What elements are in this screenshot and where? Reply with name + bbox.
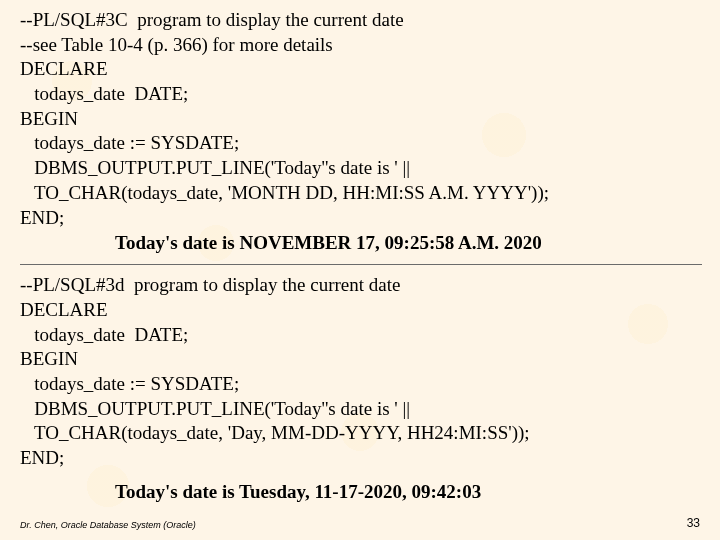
code-line: END; xyxy=(20,206,702,231)
code-line: todays_date := SYSDATE; xyxy=(20,131,702,156)
code-block-2: --PL/SQL#3d program to display the curre… xyxy=(20,273,702,471)
code-line: --PL/SQL#3d program to display the curre… xyxy=(20,273,702,298)
code-line: todays_date DATE; xyxy=(20,323,702,348)
slide: --PL/SQL#3C program to display the curre… xyxy=(0,0,720,540)
code-line: --see Table 10-4 (p. 366) for more detai… xyxy=(20,33,702,58)
code-line: DECLARE xyxy=(20,298,702,323)
code-line: DECLARE xyxy=(20,57,702,82)
footer-author: Dr. Chen, Oracle Database System (Oracle… xyxy=(20,520,196,530)
code-line: BEGIN xyxy=(20,347,702,372)
page-number: 33 xyxy=(687,516,700,530)
divider xyxy=(20,264,702,265)
output-1: Today's date is NOVEMBER 17, 09:25:58 A.… xyxy=(115,232,702,254)
code-line: todays_date DATE; xyxy=(20,82,702,107)
code-line: DBMS_OUTPUT.PUT_LINE('Today''s date is '… xyxy=(20,397,702,422)
code-line: DBMS_OUTPUT.PUT_LINE('Today''s date is '… xyxy=(20,156,702,181)
code-line: TO_CHAR(todays_date, 'MONTH DD, HH:MI:SS… xyxy=(20,181,702,206)
output-2: Today's date is Tuesday, 11-17-2020, 09:… xyxy=(115,481,702,503)
code-line: END; xyxy=(20,446,702,471)
code-block-1: --PL/SQL#3C program to display the curre… xyxy=(20,8,702,230)
code-line: todays_date := SYSDATE; xyxy=(20,372,702,397)
code-line: BEGIN xyxy=(20,107,702,132)
code-line: --PL/SQL#3C program to display the curre… xyxy=(20,8,702,33)
code-line: TO_CHAR(todays_date, 'Day, MM-DD-YYYY, H… xyxy=(20,421,702,446)
